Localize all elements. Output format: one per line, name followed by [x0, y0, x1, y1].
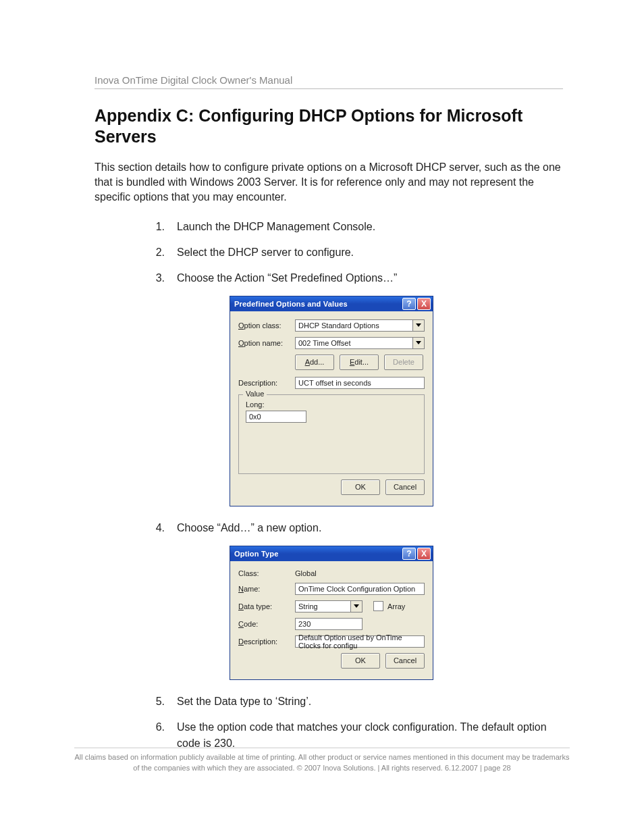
label-option-class: Option class: [238, 321, 291, 330]
list-item: 1.Launch the DHCP Management Console. [95, 219, 563, 235]
label-array: Array [387, 602, 405, 610]
chevron-down-icon[interactable] [412, 320, 424, 331]
cancel-button[interactable]: Cancel [385, 479, 425, 495]
label-class: Class: [238, 569, 291, 577]
ok-button[interactable]: OK [341, 479, 380, 495]
delete-button: Delete [384, 355, 423, 370]
select-value: String [298, 602, 318, 610]
name-input[interactable]: OnTime Clock Configuration Option [295, 583, 425, 595]
label-description: Description: [238, 637, 291, 646]
footer-rule [74, 748, 570, 748]
description-input[interactable]: Default Option used by OnTime Clocks for… [295, 635, 425, 648]
help-icon[interactable]: ? [402, 298, 416, 310]
step-list: 4.Choose “Add…” a new option. [95, 520, 563, 536]
step-number: 1. [95, 219, 165, 235]
list-item: 4.Choose “Add…” a new option. [95, 520, 563, 536]
input-value: OnTime Clock Configuration Option [298, 585, 415, 593]
dialog-screenshot: Predefined Options and Values ? X Option… [230, 296, 563, 506]
chevron-down-icon[interactable] [350, 601, 362, 612]
ok-button[interactable]: OK [341, 653, 380, 669]
input-value: Default Option used by OnTime Clocks for… [298, 633, 421, 650]
footer-text: All claims based on information publicly… [74, 753, 569, 771]
dialog-screenshot: Option Type ? X Class: Global Name: OnTi… [230, 546, 563, 680]
page-title: Appendix C: Configuring DHCP Options for… [95, 105, 563, 148]
step-number: 6. [95, 719, 165, 752]
help-icon[interactable]: ? [402, 548, 416, 560]
step-number: 5. [95, 694, 165, 710]
value-fieldset: Value Long: 0x0 [238, 394, 425, 474]
long-input[interactable]: 0x0 [246, 411, 306, 423]
dialog-body: Class: Global Name: OnTime Clock Configu… [230, 561, 433, 679]
intro-paragraph: This section details how to configure pr… [95, 160, 563, 205]
list-item: 6.Use the option code that matches your … [95, 719, 563, 752]
page-header: Inova OnTime Digital Clock Owner's Manua… [95, 74, 563, 86]
input-value: 230 [298, 620, 311, 628]
label-option-name: Option name: [238, 339, 291, 347]
select-value: DHCP Standard Options [298, 321, 379, 330]
input-value: 0x0 [249, 413, 261, 421]
step-list: 5.Set the Data type to ‘String’. 6.Use t… [95, 694, 563, 752]
input-value: UCT offset in seconds [298, 379, 371, 387]
titlebar: Option Type ? X [230, 546, 433, 561]
edit-button[interactable]: Edit... [340, 355, 379, 370]
list-item: 3.Choose the Action “Set Predefined Opti… [95, 270, 563, 286]
dialog-option-type: Option Type ? X Class: Global Name: OnTi… [230, 546, 433, 680]
page-footer: All claims based on information publicly… [0, 748, 644, 773]
data-type-select[interactable]: String [295, 600, 363, 613]
label-description: Description: [238, 379, 291, 387]
description-input[interactable]: UCT offset in seconds [295, 377, 425, 389]
step-text: Select the DHCP server to configure. [177, 244, 563, 261]
step-text: Choose “Add…” a new option. [177, 520, 563, 536]
dialog-title: Predefined Options and Values [234, 300, 401, 308]
select-value: 002 Time Offset [298, 339, 350, 347]
dialog-body: Option class: DHCP Standard Options Opti… [230, 311, 433, 506]
option-name-select[interactable]: 002 Time Offset [295, 337, 425, 349]
titlebar: Predefined Options and Values ? X [230, 296, 433, 311]
step-number: 2. [95, 244, 165, 261]
list-item: 5.Set the Data type to ‘String’. [95, 694, 563, 710]
close-icon[interactable]: X [417, 298, 431, 310]
step-number: 3. [95, 270, 165, 286]
add-button[interactable]: Add... [295, 355, 334, 370]
list-item: 2.Select the DHCP server to configure. [95, 244, 563, 261]
cancel-button[interactable]: Cancel [385, 653, 425, 669]
page: Inova OnTime Digital Clock Owner's Manua… [0, 0, 644, 834]
chevron-down-icon[interactable] [412, 338, 424, 348]
step-list: 1.Launch the DHCP Management Console. 2.… [95, 219, 563, 286]
header-rule [95, 88, 563, 89]
step-text: Launch the DHCP Management Console. [177, 219, 563, 235]
option-class-select[interactable]: DHCP Standard Options [295, 319, 425, 332]
dialog-predefined-options: Predefined Options and Values ? X Option… [230, 296, 433, 506]
label-code: Code: [238, 620, 291, 628]
array-checkbox[interactable] [373, 601, 383, 611]
label-name: Name: [238, 585, 291, 593]
dialog-title: Option Type [234, 550, 401, 558]
close-icon[interactable]: X [417, 548, 431, 560]
step-text: Choose the Action “Set Predefined Option… [177, 270, 563, 286]
step-text: Use the option code that matches your cl… [177, 719, 563, 752]
step-text: Set the Data type to ‘String’. [177, 694, 563, 710]
label-long: Long: [246, 400, 417, 409]
label-data-type: Data type: [238, 602, 291, 610]
fieldset-legend: Value [243, 390, 267, 398]
code-input[interactable]: 230 [295, 618, 363, 630]
step-number: 4. [95, 520, 165, 536]
class-value: Global [295, 569, 317, 577]
